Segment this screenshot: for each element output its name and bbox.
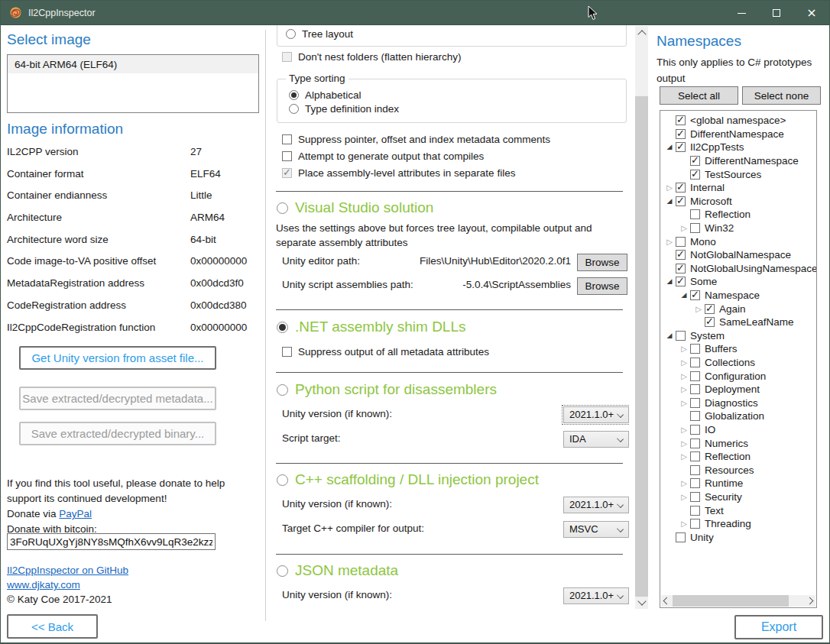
tree-item-checkbox[interactable]	[690, 384, 700, 394]
expander-icon[interactable]: ◢	[663, 329, 676, 342]
title-bar[interactable]: Il2CppInspector ×	[1, 1, 829, 25]
expander-icon[interactable]: ▷	[678, 517, 690, 530]
python-script-radio[interactable]	[277, 384, 288, 396]
expander-icon[interactable]: ▷	[678, 370, 690, 383]
scroll-left-button[interactable]	[661, 595, 673, 607]
tree-item-checkbox[interactable]	[705, 304, 715, 314]
bitcoin-address-input[interactable]	[7, 533, 216, 550]
shim-dlls-radio[interactable]	[277, 322, 288, 333]
tree-item[interactable]: NotGlobalUsingNamespace	[660, 262, 816, 276]
export-button[interactable]: Export	[734, 615, 823, 639]
expander-icon[interactable]: ◢	[663, 141, 676, 154]
expander-icon[interactable]: ◢	[663, 275, 676, 288]
python-script-section-header[interactable]: Python script for disassemblers	[277, 381, 497, 398]
tree-item[interactable]: Unity	[660, 530, 816, 544]
tree-item[interactable]: DifferentNamespace	[660, 128, 816, 141]
tree-item[interactable]: ▷Mono	[660, 235, 816, 248]
image-listbox[interactable]: 64-bit ARM64 (ELF64)	[7, 54, 259, 113]
tree-layout-option[interactable]: Tree layout	[286, 28, 353, 40]
tree-item-checkbox[interactable]	[690, 371, 700, 381]
python-unity-version-select[interactable]: 2021.1.0+	[563, 406, 629, 423]
tree-item-checkbox[interactable]	[676, 115, 686, 125]
tree-item[interactable]: DifferentNamespace	[660, 154, 816, 168]
namespaces-hscrollbar[interactable]	[661, 595, 815, 607]
tree-item-checkbox[interactable]	[676, 142, 686, 152]
scroll-right-button[interactable]	[804, 595, 815, 607]
tree-item-checkbox[interactable]	[690, 156, 700, 166]
scroll-down-button[interactable]	[635, 596, 648, 609]
script-target-select[interactable]: IDA	[563, 431, 629, 448]
suppress-metadata-attrs-checkbox[interactable]	[282, 347, 292, 357]
tree-item-checkbox[interactable]	[690, 439, 700, 448]
alphabetical-option[interactable]: Alphabetical	[289, 89, 362, 101]
tree-item[interactable]: ▷Security	[660, 490, 816, 504]
browse-editor-path-button[interactable]: Browse	[577, 254, 627, 271]
tree-item[interactable]: ◢Il2CppTests	[660, 141, 816, 154]
shim-dlls-section-header[interactable]: .NET assembly shim DLLs	[277, 319, 466, 335]
dont-nest-checkbox[interactable]	[282, 52, 292, 62]
expander-icon[interactable]: ▷	[678, 383, 690, 396]
tree-item[interactable]: ▷Internal	[660, 181, 816, 195]
scroll-up-button[interactable]	[635, 26, 648, 39]
maximize-button[interactable]	[759, 1, 794, 25]
cpp-unity-version-select[interactable]: 2021.1.0+	[563, 497, 629, 513]
tree-item[interactable]: ▷Configuration	[660, 369, 816, 383]
tree-item[interactable]: ◢Namespace	[660, 289, 816, 303]
tree-item[interactable]: ▷IO	[660, 423, 816, 437]
separate-attrs-option[interactable]: Place assembly-level attributes in separ…	[282, 167, 515, 179]
save-binary-button[interactable]: Save extracted/decrypted binary...	[19, 422, 216, 445]
tree-item-checkbox[interactable]	[690, 492, 700, 502]
tree-item-checkbox[interactable]	[690, 209, 700, 219]
expander-icon[interactable]: ▷	[678, 477, 690, 490]
tree-item[interactable]: ▷Win32	[660, 222, 816, 235]
tree-item-checkbox[interactable]	[690, 170, 700, 180]
tree-item-checkbox[interactable]	[676, 532, 686, 542]
tree-item-checkbox[interactable]	[690, 519, 700, 529]
tree-item[interactable]: SameLeafName	[660, 316, 816, 329]
tree-item-checkbox[interactable]	[690, 425, 700, 435]
expander-icon[interactable]: ▷	[678, 450, 690, 463]
close-button[interactable]: ×	[794, 1, 829, 25]
type-def-index-radio[interactable]	[289, 104, 299, 114]
tree-item[interactable]: ▷Threading	[660, 517, 816, 531]
browse-assemblies-path-button[interactable]: Browse	[577, 277, 627, 295]
tree-item[interactable]: ▷Buffers	[660, 342, 816, 356]
json-metadata-radio[interactable]	[277, 565, 288, 577]
expander-icon[interactable]: ▷	[678, 396, 690, 409]
tree-item-checkbox[interactable]	[690, 358, 700, 367]
expander-icon[interactable]: ▷	[678, 437, 690, 450]
suppress-comments-checkbox[interactable]	[282, 134, 292, 144]
json-metadata-section-header[interactable]: JSON metadata	[277, 562, 398, 579]
expander-icon[interactable]: ▷	[663, 181, 676, 194]
tree-item[interactable]: ◢Some	[660, 275, 816, 289]
tree-item-checkbox[interactable]	[676, 129, 686, 139]
tree-item[interactable]: ▷Deployment	[660, 383, 816, 396]
tree-layout-radio[interactable]	[286, 29, 296, 39]
attempt-compile-checkbox[interactable]	[282, 151, 292, 161]
unity-editor-path-value[interactable]: Files\Unity\Hub\Editor\2020.2.0f1	[420, 255, 571, 267]
tree-item-checkbox[interactable]	[676, 250, 686, 260]
tree-item-checkbox[interactable]	[690, 465, 700, 475]
expander-icon[interactable]: ◢	[678, 289, 690, 302]
suppress-metadata-attrs-option[interactable]: Suppress output of all metadata attribut…	[282, 346, 489, 358]
expander-icon[interactable]: ▷	[663, 235, 676, 248]
save-metadata-button[interactable]: Save extracted/decrypted metadata...	[19, 387, 216, 410]
select-none-button[interactable]: Select none	[742, 86, 821, 105]
vs-solution-section-header[interactable]: Visual Studio solution	[277, 199, 433, 216]
cpp-scaffolding-radio[interactable]	[277, 474, 288, 486]
cpp-compiler-select[interactable]: MSVC	[563, 521, 629, 538]
cpp-scaffolding-section-header[interactable]: C++ scaffolding / DLL injection project	[277, 471, 539, 488]
tree-item[interactable]: ▷Collections	[660, 356, 816, 370]
tree-item-checkbox[interactable]	[690, 478, 700, 488]
tree-item[interactable]: Text	[660, 503, 816, 517]
attempt-compile-option[interactable]: Attempt to generate output that compiles	[282, 150, 484, 162]
tree-item-checkbox[interactable]	[676, 237, 686, 247]
expander-icon[interactable]: ▷	[678, 342, 690, 355]
tree-item-checkbox[interactable]	[676, 183, 686, 193]
unity-assemblies-path-value[interactable]: -5.0.4\ScriptAssemblies	[462, 279, 571, 290]
json-unity-version-select[interactable]: 2021.1.0+	[563, 587, 629, 604]
namespaces-tree[interactable]: <global namespace>DifferentNamespace◢Il2…	[660, 110, 817, 608]
website-link[interactable]: www.djkaty.com	[7, 579, 80, 591]
tree-item[interactable]: ▷Numerics	[660, 436, 816, 450]
tree-item-checkbox[interactable]	[690, 290, 700, 300]
